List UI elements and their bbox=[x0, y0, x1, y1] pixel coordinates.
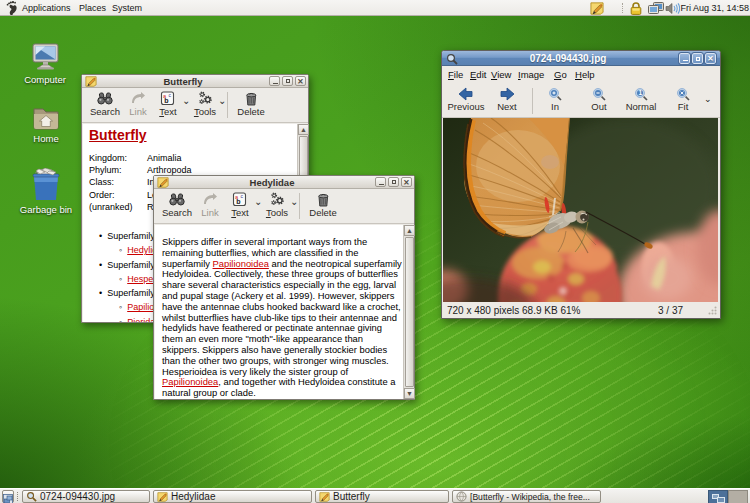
svg-text:b: b bbox=[164, 97, 168, 104]
svg-text:1: 1 bbox=[638, 89, 642, 96]
svg-text:b: b bbox=[236, 198, 240, 205]
